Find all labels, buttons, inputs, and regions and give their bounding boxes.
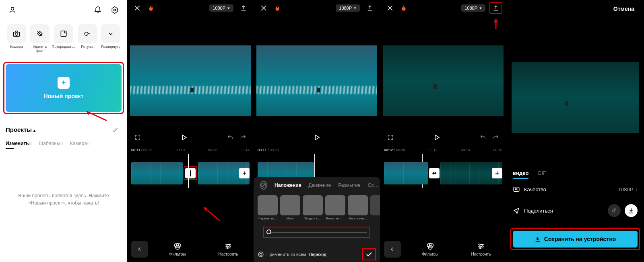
save-to-device-button[interactable]: Сохранить на устройство: [513, 231, 638, 248]
tab-more[interactable]: Ос…: [368, 182, 379, 188]
tool-filters[interactable]: Фильтры: [405, 242, 456, 256]
timeline-ticks: 00:12 / 00:26 00:1200:1400:16: [384, 146, 502, 154]
redo-icon[interactable]: [493, 134, 499, 141]
video-preview[interactable]: [256, 45, 377, 116]
video-preview[interactable]: [130, 45, 251, 116]
export-highlight: [489, 2, 502, 14]
export-icon[interactable]: [492, 4, 500, 12]
duration-slider-highlight: [263, 227, 370, 238]
share-tiktok-button[interactable]: [608, 204, 621, 217]
quality-icon: [513, 186, 520, 193]
tab-blur[interactable]: Размытие: [338, 182, 360, 188]
cancel-button[interactable]: Отмена: [613, 6, 634, 12]
annotation-arrow: [492, 18, 500, 30]
close-icon[interactable]: [131, 2, 143, 14]
profile-icon[interactable]: [6, 4, 19, 16]
timeline[interactable]: +: [384, 162, 502, 185]
transition-thumb[interactable]: …: [370, 195, 380, 220]
flame-icon[interactable]: [400, 4, 407, 12]
play-button[interactable]: [433, 134, 440, 141]
transition-thumb[interactable]: Белая всп…: [325, 195, 345, 220]
transition-button[interactable]: [429, 168, 440, 178]
svg-point-4: [15, 33, 18, 36]
annotation-arrow: [202, 207, 222, 223]
transition-title: Переход: [309, 252, 326, 257]
timeline-ticks: 00:11 / 00:26: [258, 146, 376, 154]
tool-remove-bg[interactable]: Удалить фон: [30, 24, 50, 53]
tool-retouch[interactable]: Ретушь: [77, 24, 97, 53]
svg-point-10: [226, 244, 227, 245]
apply-all-label[interactable]: Применить ко всем: [266, 252, 306, 257]
close-icon[interactable]: [384, 2, 396, 14]
transition-panel: Наложение Движение Размытие Ос… Черное з…: [254, 177, 380, 262]
tool-camera[interactable]: Камера: [6, 24, 27, 53]
flame-icon[interactable]: [274, 4, 281, 12]
tool-filters[interactable]: Фильтры: [152, 242, 203, 256]
tab-gif[interactable]: GIF: [537, 170, 546, 176]
transition-thumb[interactable]: Черное за…: [258, 195, 278, 220]
share-download-button[interactable]: [625, 204, 638, 217]
video-preview[interactable]: [383, 45, 504, 116]
tool-photo-editor[interactable]: Фоторедактор: [53, 24, 74, 53]
share-label: Поделиться: [524, 208, 553, 214]
new-project-label: Новый проект: [44, 93, 84, 99]
svg-rect-24: [516, 188, 517, 190]
fullscreen-icon[interactable]: [134, 134, 141, 141]
tool-adjust[interactable]: Настроить: [456, 242, 506, 256]
export-icon[interactable]: [364, 2, 376, 14]
svg-point-2: [114, 9, 116, 11]
export-icon[interactable]: [237, 2, 250, 14]
close-icon[interactable]: [258, 2, 270, 14]
tab-video[interactable]: видео: [513, 170, 528, 176]
transition-thumb[interactable]: Тогда и с…: [303, 195, 323, 220]
back-button[interactable]: [131, 241, 148, 258]
apply-all-icon[interactable]: [258, 251, 264, 258]
svg-point-15: [260, 253, 262, 255]
duration-slider[interactable]: [266, 232, 367, 233]
save-highlight: Сохранить на устройство: [510, 228, 640, 250]
edit-projects-icon[interactable]: [109, 124, 122, 136]
redo-icon[interactable]: [240, 134, 246, 141]
tab-overlay[interactable]: Наложение: [275, 182, 301, 188]
timeline-ticks: 00:11 / 00:26 00:1000:1200:14: [131, 146, 250, 154]
transition-button[interactable]: |: [185, 168, 196, 178]
timeline[interactable]: | +: [131, 162, 250, 185]
tool-expand[interactable]: Развернуть: [101, 24, 121, 53]
confirm-button[interactable]: [365, 251, 373, 258]
flame-icon[interactable]: [147, 4, 155, 12]
quality-row[interactable]: Качество 1080P›: [506, 180, 644, 199]
export-preview: [512, 62, 639, 133]
quality-label: Качество: [524, 186, 546, 192]
back-button[interactable]: [384, 241, 401, 258]
transition-thumb[interactable]: Микс: [280, 195, 300, 220]
svg-point-21: [480, 247, 481, 248]
quality-value: 1080P: [618, 186, 634, 192]
resolution-select[interactable]: 1080P▼: [209, 4, 233, 12]
svg-point-6: [85, 32, 88, 35]
play-button[interactable]: [313, 134, 320, 141]
svg-point-0: [11, 7, 14, 10]
play-button[interactable]: [180, 134, 188, 141]
new-project-button[interactable]: + Новый проект: [6, 64, 122, 112]
confirm-highlight: [362, 248, 376, 260]
resolution-select[interactable]: 1080P▼: [461, 4, 485, 12]
transition-thumb[interactable]: Наложени…: [348, 195, 368, 220]
none-transition[interactable]: [260, 181, 267, 190]
add-clip-button[interactable]: +: [492, 168, 502, 178]
fullscreen-icon[interactable]: [387, 134, 394, 141]
tab-motion[interactable]: Движение: [308, 182, 331, 188]
plus-icon: +: [58, 77, 70, 89]
svg-point-12: [227, 247, 228, 248]
undo-icon[interactable]: [227, 134, 233, 141]
tab-templates[interactable]: Шаблоны0: [39, 141, 63, 146]
bell-icon[interactable]: [92, 4, 104, 16]
tool-adjust[interactable]: Настроить: [203, 242, 254, 256]
settings-icon[interactable]: [109, 4, 121, 16]
tab-edit[interactable]: Изменить0: [6, 141, 31, 146]
add-clip-button[interactable]: +: [239, 168, 250, 178]
new-project-highlight: + Новый проект: [3, 62, 124, 114]
tab-camera[interactable]: Камера0: [70, 141, 90, 146]
svg-point-19: [479, 244, 480, 245]
undo-icon[interactable]: [480, 134, 486, 141]
resolution-select[interactable]: 1080P▼: [336, 4, 360, 12]
